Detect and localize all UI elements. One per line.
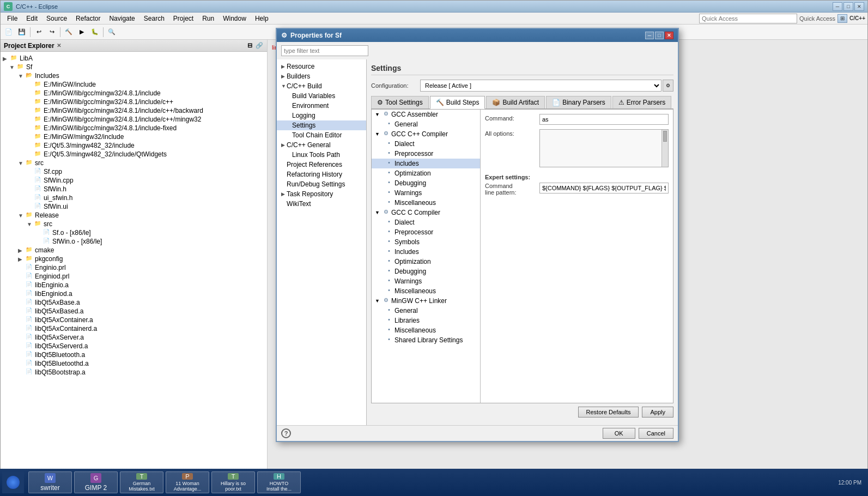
tool-item-preprocessor[interactable]: • Preprocessor xyxy=(372,149,480,159)
collapse-all-button[interactable]: ⊟ xyxy=(245,41,254,50)
tool-item-gcc-asm-general[interactable]: • General xyxy=(372,119,480,129)
list-item[interactable]: 📄 libQt5Bluetooth.a xyxy=(1,350,267,359)
menu-help[interactable]: Help xyxy=(251,14,273,23)
dialog-maximize[interactable]: □ xyxy=(655,32,664,39)
help-button[interactable]: ? xyxy=(281,428,291,438)
menu-file[interactable]: File xyxy=(3,14,22,23)
tool-item-optimization[interactable]: • Optimization xyxy=(372,168,480,178)
tab-build-steps[interactable]: 🔨 Build Steps xyxy=(430,96,485,109)
filter-input[interactable] xyxy=(281,45,368,56)
list-item[interactable]: 📁 E:/MinGW/lib/gcc/mingw32/4.8.1/include… xyxy=(1,98,267,106)
list-item[interactable]: 📄 libQt5AxContainerd.a xyxy=(1,324,267,333)
list-item[interactable]: 📄 SfWin.ui xyxy=(1,202,267,211)
tool-item-gcc-cpp-compiler[interactable]: ▼ ⚙ GCC C++ Compiler xyxy=(372,129,480,139)
menu-search[interactable]: Search xyxy=(139,14,169,23)
redo-button[interactable]: ↪ xyxy=(46,26,58,38)
tool-item-linker-miscellaneous[interactable]: • Miscellaneous xyxy=(372,325,480,335)
list-item[interactable]: 📁 E:/MinGW/include xyxy=(1,80,267,89)
list-item[interactable]: 📁 E:/Qt/5.3/mingw482_32/include/QtWidget… xyxy=(1,150,267,159)
menu-project[interactable]: Project xyxy=(169,14,198,23)
list-item[interactable]: 📄 Sf.cpp xyxy=(1,167,267,176)
list-item[interactable]: 📄 SfWin.h xyxy=(1,185,267,193)
tool-item-c-optimization[interactable]: • Optimization xyxy=(372,257,480,267)
list-item[interactable]: 📄 libQt5AxBased.a xyxy=(1,307,267,316)
list-item[interactable]: 📁 E:/MinGW/lib/gcc/mingw32/4.8.1/include… xyxy=(1,106,267,115)
nav-item-cpp-build[interactable]: ▼ C/C++ Build xyxy=(277,81,366,91)
new-button[interactable]: 📄 xyxy=(3,26,15,38)
all-options-textarea[interactable] xyxy=(540,130,668,167)
configuration-select[interactable]: Release [ Active ] xyxy=(420,80,661,92)
dialog-close[interactable]: ✕ xyxy=(665,32,673,39)
apply-button[interactable]: Apply xyxy=(642,407,673,418)
nav-item-build-variables[interactable]: Build Variables xyxy=(277,91,366,101)
list-item[interactable]: 📄 libQt5AxBase.a xyxy=(1,298,267,307)
nav-item-task-repository[interactable]: ▶ Task Repository xyxy=(277,189,366,199)
minimize-button[interactable]: ─ xyxy=(833,2,842,11)
tool-item-warnings[interactable]: • Warnings xyxy=(372,188,480,198)
list-item[interactable]: 📄 libQt5AxServer.a xyxy=(1,333,267,342)
panel-close-icon[interactable]: ✕ xyxy=(57,43,61,49)
tool-item-c-preprocessor[interactable]: • Preprocessor xyxy=(372,227,480,237)
menu-source[interactable]: Source xyxy=(42,14,71,23)
tool-item-miscellaneous[interactable]: • Miscellaneous xyxy=(372,198,480,208)
nav-item-wikitext[interactable]: WikiText xyxy=(277,199,366,209)
nav-item-settings[interactable]: Settings xyxy=(277,120,366,130)
perspective-button[interactable]: ⊞ xyxy=(837,14,847,23)
tree-item-pkgconfig[interactable]: ▶ 📁 pkgconfig xyxy=(1,255,267,263)
nav-item-refactoring-history[interactable]: Refactoring History xyxy=(277,170,366,179)
menu-edit[interactable]: Edit xyxy=(22,14,42,23)
tree-item-release-src[interactable]: ▼ 📁 src xyxy=(1,220,267,228)
tool-item-gcc-assembler[interactable]: ▼ ⚙ GCC Assembler xyxy=(372,110,480,119)
nav-item-resource[interactable]: ▶ Resource xyxy=(277,62,366,71)
undo-button[interactable]: ↩ xyxy=(33,26,45,38)
tab-binary-parsers[interactable]: 📄 Binary Parsers xyxy=(546,96,611,108)
tool-item-linker-general[interactable]: • General xyxy=(372,306,480,316)
tool-item-c-debugging[interactable]: • Debugging xyxy=(372,267,480,276)
tree-item-sf[interactable]: ▼ 📁 Sf xyxy=(1,63,267,71)
tree-item-src[interactable]: ▼ 📁 src xyxy=(1,159,267,167)
list-item[interactable]: 📄 SfWin.o - [x86/le] xyxy=(1,237,267,246)
nav-item-project-references[interactable]: Project References xyxy=(277,160,366,170)
tool-item-c-dialect[interactable]: • Dialect xyxy=(372,217,480,227)
tool-item-c-miscellaneous[interactable]: • Miscellaneous xyxy=(372,286,480,296)
build-button[interactable]: 🔨 xyxy=(63,26,75,38)
list-item[interactable]: 📄 ui_sfwin.h xyxy=(1,193,267,202)
tool-item-gcc-c-compiler[interactable]: ▼ ⚙ GCC C Compiler xyxy=(372,208,480,217)
command-input[interactable] xyxy=(539,114,669,125)
list-item[interactable]: 📁 E:/MinGW/mingw32/include xyxy=(1,132,267,141)
vertical-scrollbar[interactable] xyxy=(661,130,668,167)
nav-item-environment[interactable]: Environment xyxy=(277,101,366,111)
tree-item-includes[interactable]: ▼ 📂 Includes xyxy=(1,71,267,80)
tool-item-includes[interactable]: • Includes xyxy=(372,159,480,168)
save-button[interactable]: 💾 xyxy=(16,26,28,38)
tool-item-c-includes[interactable]: • Includes xyxy=(372,247,480,257)
taskbar-howto[interactable]: H HOWTOInstall the... xyxy=(257,471,301,493)
dialog-minimize[interactable]: ─ xyxy=(645,32,654,39)
list-item[interactable]: 📄 libQt5Bluetoothd.a xyxy=(1,359,267,368)
taskbar-hillary[interactable]: T Hillary is sopoor.txt xyxy=(211,471,255,493)
manage-config-button[interactable]: ⚙ xyxy=(663,80,673,92)
nav-item-cpp-general[interactable]: ▶ C/C++ General xyxy=(277,140,366,150)
search-button[interactable]: 🔍 xyxy=(106,26,118,38)
nav-item-run-debug[interactable]: Run/Debug Settings xyxy=(277,179,366,189)
menu-refactor[interactable]: Refactor xyxy=(71,14,105,23)
tree-item-cmake[interactable]: ▶ 📁 cmake xyxy=(1,246,267,255)
list-item[interactable]: 📄 libQt5AxServerd.a xyxy=(1,342,267,350)
list-item[interactable]: 📄 libQt5Bootstrap.a xyxy=(1,368,267,377)
tool-item-shared-library-settings[interactable]: • Shared Library Settings xyxy=(372,335,480,345)
start-button[interactable] xyxy=(2,471,24,493)
list-item[interactable]: 📄 Sf.o - [x86/le] xyxy=(1,228,267,237)
ok-button[interactable]: OK xyxy=(603,428,635,439)
list-item[interactable]: 📁 E:/Qt/5.3/mingw482_32/include xyxy=(1,141,267,150)
taskbar-11woman[interactable]: P 11 WomanAdvantage... xyxy=(166,471,209,493)
list-item[interactable]: 📁 E:/MinGW/lib/gcc/mingw32/4.8.1/include… xyxy=(1,115,267,124)
tab-build-artifact[interactable]: 📦 Build Artifact xyxy=(486,96,545,108)
tool-item-c-warnings[interactable]: • Warnings xyxy=(372,276,480,286)
list-item[interactable]: 📁 E:/MinGW/lib/gcc/mingw32/4.8.1/include… xyxy=(1,124,267,132)
run-button[interactable]: ▶ xyxy=(76,26,88,38)
tool-item-c-symbols[interactable]: • Symbols xyxy=(372,237,480,247)
list-item[interactable]: 📄 libQt5AxContainer.a xyxy=(1,316,267,324)
list-item[interactable]: 📄 Enginio.prl xyxy=(1,263,267,272)
tool-item-dialect[interactable]: • Dialect xyxy=(372,139,480,149)
menu-window[interactable]: Window xyxy=(218,14,251,23)
